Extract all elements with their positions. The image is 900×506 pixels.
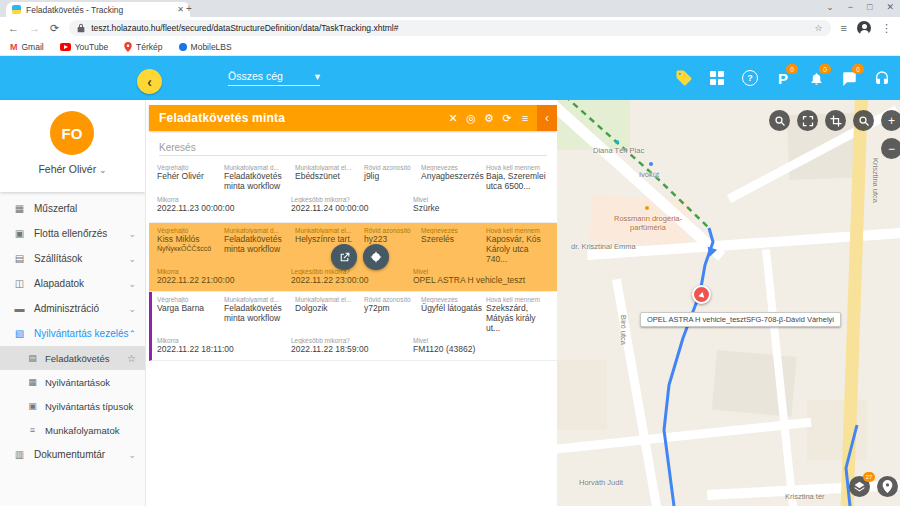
workflow-value: Feladatkövetés minta workflow xyxy=(224,235,292,255)
bookmark-youtube[interactable]: YouTube xyxy=(60,42,108,52)
executor-value: Kiss Miklós xyxy=(157,235,221,245)
map-search-button[interactable] xyxy=(769,110,790,131)
sidebar-item-nyilvantartas-kezeles[interactable]: ▧ Nyilvántartás kezelés ⌃ xyxy=(0,321,145,346)
apps-grid-icon[interactable] xyxy=(707,68,727,88)
map-label: Horváth Judit xyxy=(579,478,623,487)
tasktracking-icon: ▤ xyxy=(27,353,38,363)
workflows-icon: ≡ xyxy=(27,425,38,435)
refresh-icon[interactable]: ⟳ xyxy=(498,112,516,125)
close-icon[interactable]: ✕ xyxy=(444,112,462,125)
notifications-badge: 0 xyxy=(819,64,831,74)
company-dropdown[interactable]: Összes cég ▾ xyxy=(228,70,320,86)
locate-task-button[interactable] xyxy=(363,244,389,270)
browser-profile-avatar[interactable] xyxy=(857,21,871,35)
search-icon xyxy=(858,115,870,127)
records-icon: ▦ xyxy=(27,377,38,387)
back-button[interactable]: ‹ xyxy=(137,69,162,94)
window-chevron-icon[interactable]: ⌄ xyxy=(826,2,834,12)
chevron-down-icon: ⌄ xyxy=(128,304,136,314)
bookmark-gmail[interactable]: MGmail xyxy=(10,42,44,52)
new-tab-button[interactable]: + xyxy=(186,3,192,14)
bookmark-star-icon[interactable]: ☆ xyxy=(815,23,823,33)
destination-value: Baja, Szeremlei utca 6500... xyxy=(486,172,551,192)
sidebar-subitem-nyilvantartas-tipusok[interactable]: ▣ Nyilvántartás típusok xyxy=(0,394,145,418)
sidebar-item-szallitasok[interactable]: ▤ Szállítások ⌄ xyxy=(0,246,145,271)
chevron-up-icon: ⌃ xyxy=(128,329,136,339)
search-input[interactable] xyxy=(159,140,547,156)
user-name[interactable]: Fehér Olivér ⌄ xyxy=(0,163,145,175)
workflow-value: Feladatkövetés minta workflow xyxy=(224,172,292,192)
zoom-out-button[interactable]: − xyxy=(881,138,900,159)
browser-tab[interactable]: Feladatkövetés - Tracking ✕ xyxy=(6,2,190,17)
reading-list-icon[interactable]: ≡ xyxy=(841,22,847,34)
app-header: ‹ Összes cég ▾ ? P 0 0 xyxy=(0,56,900,100)
map-crop-button[interactable] xyxy=(825,110,846,131)
task-row[interactable]: VégrehajtóVarga Barna Munkafolyamat d...… xyxy=(149,292,557,361)
back-icon[interactable]: ← xyxy=(8,22,19,34)
tab-favicon xyxy=(12,5,21,14)
pin-icon xyxy=(882,480,893,493)
sidebar-item-adminisztracio[interactable]: ▬ Adminisztráció ⌄ xyxy=(0,296,145,321)
browser-toolbar: ← → ⟳ teszt.holazauto.hu/fleet/secured/d… xyxy=(0,17,900,39)
sidebar-subitem-nyilvantartasok[interactable]: ▦ Nyilvántartások xyxy=(0,370,145,394)
reload-icon[interactable]: ⟳ xyxy=(50,22,59,35)
url-text[interactable]: teszt.holazauto.hu/fleet/secured/dataStr… xyxy=(91,23,808,33)
map-label: Krisztina tér xyxy=(785,492,825,501)
name-value: Szerelés xyxy=(421,235,483,245)
tag-icon[interactable] xyxy=(674,68,694,88)
locate-all-icon[interactable]: ◎ xyxy=(462,112,480,125)
vehicle-value: OPEL ASTRA H vehicle_teszt xyxy=(413,276,551,286)
poi-dot xyxy=(615,140,619,144)
when-value: 2022.11.22 18:11:00 xyxy=(157,345,291,355)
sidebar-item-alapadatok[interactable]: ◫ Alapadatok ⌄ xyxy=(0,271,145,296)
dashboard-icon: ▦ xyxy=(13,203,26,214)
headset-icon[interactable] xyxy=(872,68,892,88)
fleet-icon: ▣ xyxy=(13,228,26,239)
bookmark-terkep[interactable]: Térkép xyxy=(124,42,162,52)
url-bar[interactable]: teszt.holazauto.hu/fleet/secured/dataStr… xyxy=(69,20,830,36)
map[interactable]: Diana Téri Piac Ivókút Rossmann drogéria… xyxy=(557,100,900,506)
window-minimize-button[interactable]: − xyxy=(848,2,853,12)
forward-icon[interactable]: → xyxy=(29,22,40,34)
user-avatar[interactable]: FO xyxy=(50,111,94,155)
vehicle-marker[interactable] xyxy=(692,285,711,304)
map-label: Diana Téri Piac xyxy=(593,146,644,155)
geofence-dashed-line xyxy=(565,100,709,228)
map-pin-button[interactable] xyxy=(877,476,898,497)
map-layers-button[interactable]: 27 xyxy=(849,476,870,497)
sidebar-item-muszerfal[interactable]: ▦ Műszerfal xyxy=(0,196,145,221)
chat-icon[interactable]: 0 xyxy=(839,68,859,88)
state-value: Ebédszünet xyxy=(295,172,361,182)
gear-icon[interactable]: ⚙ xyxy=(480,112,498,125)
user-card: FO Fehér Olivér ⌄ xyxy=(0,100,145,192)
map-search-area-button[interactable] xyxy=(853,110,874,131)
task-row[interactable]: VégrehajtóFehér Olivér Munkafolyamat d..… xyxy=(149,160,557,223)
star-icon[interactable]: ☆ xyxy=(127,353,136,364)
open-task-button[interactable] xyxy=(331,244,357,270)
collapse-panel-icon[interactable]: ‹ xyxy=(537,105,557,131)
tab-close-icon[interactable]: ✕ xyxy=(177,5,184,14)
open-in-new-icon xyxy=(338,251,351,264)
sidebar-item-dokumentumtar[interactable]: ▥ Dokumentumtár ⌄ xyxy=(0,442,145,467)
sidebar-subitem-munkafolyamatok[interactable]: ≡ Munkafolyamatok xyxy=(0,418,145,442)
chevron-down-icon: ⌄ xyxy=(128,279,136,289)
screen: Feladatkövetés - Tracking ✕ + ⌄ − □ ✕ ← … xyxy=(0,0,900,506)
map-fullscreen-button[interactable] xyxy=(797,110,818,131)
sidebar-item-flotta-ellenorzes[interactable]: ▣ Flotta ellenőrzés ⌄ xyxy=(0,221,145,246)
sidebar-subitem-feladatkovetes[interactable]: ▤ Feladatkövetés ☆ xyxy=(0,346,145,370)
parking-icon[interactable]: P 0 xyxy=(773,68,793,88)
map-pin-icon xyxy=(124,42,132,52)
task-row-selected[interactable]: VégrehajtóKiss MiklósŃyŃyĸĸŐČČšccő Munka… xyxy=(149,223,557,292)
notifications-bell-icon[interactable]: 0 xyxy=(806,68,826,88)
mobilelbs-icon xyxy=(179,43,187,51)
window-maximize-button[interactable]: □ xyxy=(867,2,872,12)
browser-menu-icon[interactable]: ⋮ xyxy=(881,22,892,35)
name-value: Ügyfél látogatás xyxy=(421,304,483,314)
table-view-icon[interactable]: ≡ xyxy=(516,112,534,124)
bookmark-mobilelbs[interactable]: MobileLBS xyxy=(179,42,232,52)
destination-value: Szekszárd, Mátyás király ut... xyxy=(486,304,551,333)
window-close-button[interactable]: ✕ xyxy=(886,2,894,12)
zoom-in-button[interactable]: + xyxy=(881,110,900,131)
gmail-icon: M xyxy=(10,42,18,52)
help-icon[interactable]: ? xyxy=(740,68,760,88)
